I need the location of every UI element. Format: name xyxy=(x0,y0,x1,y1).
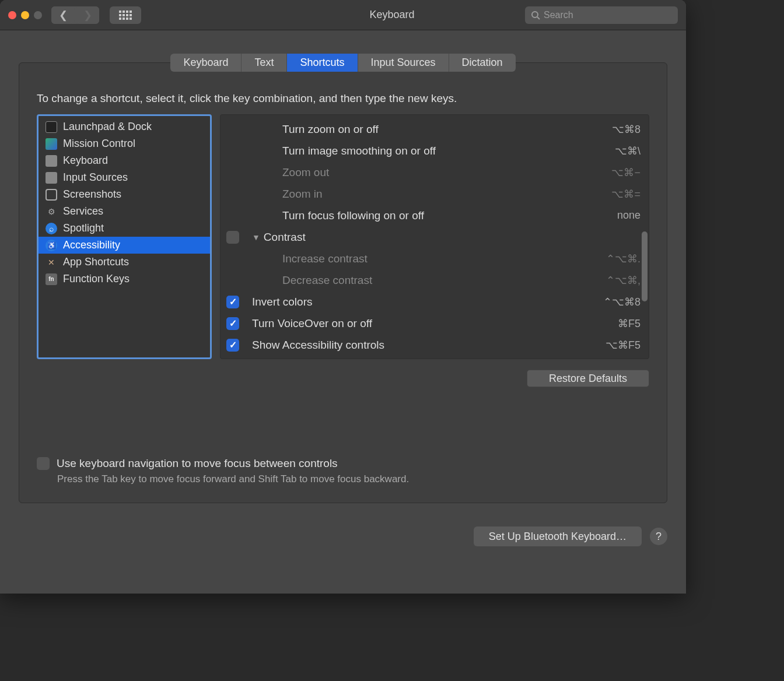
shortcut-row[interactable]: Zoom in⌥⌘= xyxy=(224,183,640,205)
bluetooth-keyboard-button[interactable]: Set Up Bluetooth Keyboard… xyxy=(474,526,642,546)
shortcut-row[interactable]: ✓Show Accessibility controls⌥⌘F5 xyxy=(224,334,640,356)
shortcut-key[interactable]: ⌥⌘F5 xyxy=(606,339,640,352)
shortcut-row[interactable]: ✓Turn VoiceOver on or off⌘F5 xyxy=(224,313,640,334)
tab-shortcuts[interactable]: Shortcuts xyxy=(287,54,358,72)
fn-icon: fn xyxy=(46,273,57,285)
sidebar-item-label: Input Sources xyxy=(63,171,128,184)
sidebar-item-label: Mission Control xyxy=(63,138,135,150)
nav-group: ❮ ❯ xyxy=(51,6,99,24)
shortcut-checkbox[interactable]: ✓ xyxy=(226,296,239,308)
shortcut-key[interactable]: ⌥⌘\ xyxy=(615,145,640,157)
shortcut-label: Turn VoiceOver on or off xyxy=(252,317,372,330)
tab-keyboard[interactable]: Keyboard xyxy=(170,54,242,72)
shortcut-row[interactable]: Zoom out⌥⌘− xyxy=(224,162,640,183)
shortcut-key[interactable]: ⌥⌘8 xyxy=(612,123,640,136)
shortcuts-pane: To change a shortcut, select it, click t… xyxy=(19,62,667,503)
help-button[interactable]: ? xyxy=(650,528,667,545)
sidebar-item-label: Accessibility xyxy=(63,239,120,251)
sidebar-item-mission-control[interactable]: Mission Control xyxy=(38,135,210,152)
close-button[interactable] xyxy=(8,11,16,19)
keyboard-icon xyxy=(46,172,57,184)
restore-defaults-button[interactable]: Restore Defaults xyxy=(527,370,649,387)
svg-rect-1 xyxy=(123,10,125,13)
shortcut-row[interactable]: Turn image smoothing on or off⌥⌘\ xyxy=(224,140,640,162)
shortcut-row[interactable]: Turn zoom on or off⌥⌘8 xyxy=(224,118,640,140)
sidebar-item-function-keys[interactable]: fnFunction Keys xyxy=(38,271,210,287)
sidebar-item-services[interactable]: ⚙Services xyxy=(38,203,210,220)
search-icon: ⌕ xyxy=(46,223,57,234)
apps-icon: ✕ xyxy=(46,257,57,268)
keyboard-nav-row: Use keyboard navigation to move focus be… xyxy=(37,457,649,470)
svg-point-12 xyxy=(532,12,538,17)
shortcut-row[interactable]: Decrease contrast⌃⌥⌘, xyxy=(224,269,640,291)
sidebar-item-label: Launchpad & Dock xyxy=(63,121,152,133)
mission-control-icon xyxy=(46,138,57,150)
category-sidebar[interactable]: Launchpad & DockMission ControlKeyboardI… xyxy=(37,114,212,359)
keyboard-nav-checkbox[interactable] xyxy=(37,457,50,470)
shortcut-checkbox[interactable]: ✓ xyxy=(226,317,239,330)
window-title: Keyboard xyxy=(369,9,414,21)
svg-rect-0 xyxy=(119,10,121,13)
search-placeholder: Search xyxy=(544,10,573,20)
shortcut-label: Turn focus following on or off xyxy=(252,209,424,222)
instruction-text: To change a shortcut, select it, click t… xyxy=(37,92,649,105)
grid-icon xyxy=(119,10,132,20)
show-all-button[interactable] xyxy=(110,6,141,24)
svg-rect-6 xyxy=(126,14,128,16)
shortcut-label: Increase contrast xyxy=(252,252,368,265)
search-input[interactable]: Search xyxy=(525,6,678,24)
sidebar-item-launchpad-dock[interactable]: Launchpad & Dock xyxy=(38,118,210,135)
tab-text[interactable]: Text xyxy=(242,54,287,72)
shortcut-key[interactable]: ⌃⌥⌘8 xyxy=(603,296,640,308)
shortcut-key[interactable]: ⌘F5 xyxy=(618,317,640,330)
shortcut-label: Turn zoom on or off xyxy=(252,123,379,136)
keyboard-nav-label: Use keyboard navigation to move focus be… xyxy=(57,457,338,470)
traffic-lights xyxy=(8,11,42,19)
disclosure-triangle-icon[interactable]: ▼ xyxy=(252,233,260,242)
shortcut-checkbox[interactable] xyxy=(226,231,239,244)
sidebar-item-app-shortcuts[interactable]: ✕App Shortcuts xyxy=(38,254,210,271)
launchpad-icon xyxy=(46,121,57,133)
sidebar-item-label: Keyboard xyxy=(63,155,108,167)
sidebar-item-input-sources[interactable]: Input Sources xyxy=(38,169,210,186)
shortcut-label: Show Accessibility controls xyxy=(252,339,384,352)
tab-dictation[interactable]: Dictation xyxy=(449,54,516,72)
minimize-button[interactable] xyxy=(21,11,29,19)
content-area: KeyboardTextShortcutsInput SourcesDictat… xyxy=(0,30,686,594)
sidebar-item-spotlight[interactable]: ⌕Spotlight xyxy=(38,220,210,237)
shortcut-row[interactable]: Turn focus following on or offnone xyxy=(224,205,640,226)
maximize-button xyxy=(34,11,42,19)
shortcut-row[interactable]: Increase contrast⌃⌥⌘. xyxy=(224,248,640,269)
svg-rect-3 xyxy=(130,10,132,13)
svg-rect-2 xyxy=(126,10,128,13)
footer: Set Up Bluetooth Keyboard… ? xyxy=(19,526,667,546)
shortcut-key[interactable]: ⌃⌥⌘, xyxy=(606,274,640,287)
shortcut-row[interactable]: ✓Invert colors⌃⌥⌘8 xyxy=(224,291,640,313)
shortcut-label: Contrast xyxy=(264,231,306,244)
tab-input-sources[interactable]: Input Sources xyxy=(358,54,449,72)
shortcut-key[interactable]: none xyxy=(617,209,640,222)
shortcut-key[interactable]: ⌃⌥⌘. xyxy=(606,252,640,265)
svg-rect-11 xyxy=(130,17,132,20)
accessibility-icon: ♿ xyxy=(46,240,57,251)
shortcut-key[interactable]: ⌥⌘− xyxy=(611,166,640,179)
svg-rect-5 xyxy=(123,14,125,16)
back-button[interactable]: ❮ xyxy=(51,6,75,24)
shortcut-checkbox[interactable]: ✓ xyxy=(226,339,239,352)
sidebar-item-keyboard[interactable]: Keyboard xyxy=(38,152,210,169)
sidebar-item-label: Function Keys xyxy=(63,273,130,285)
shortcut-label: Zoom out xyxy=(252,166,329,179)
search-icon xyxy=(531,10,540,20)
sidebar-item-label: Screenshots xyxy=(63,188,121,201)
shortcut-key[interactable]: ⌥⌘= xyxy=(611,188,640,201)
scrollbar-thumb[interactable] xyxy=(642,231,648,301)
titlebar: ❮ ❯ Keyboard Search xyxy=(0,0,686,30)
shortcut-row[interactable]: ▼Contrast xyxy=(224,226,640,248)
sidebar-item-label: Services xyxy=(63,205,103,217)
sidebar-item-label: App Shortcuts xyxy=(63,256,129,268)
shortcut-list[interactable]: Turn zoom on or off⌥⌘8Turn image smoothi… xyxy=(220,114,649,359)
sidebar-item-accessibility[interactable]: ♿Accessibility xyxy=(38,237,210,254)
sidebar-item-screenshots[interactable]: Screenshots xyxy=(38,186,210,203)
shortcut-label: Zoom in xyxy=(252,188,323,201)
gear-icon: ⚙ xyxy=(46,206,57,217)
